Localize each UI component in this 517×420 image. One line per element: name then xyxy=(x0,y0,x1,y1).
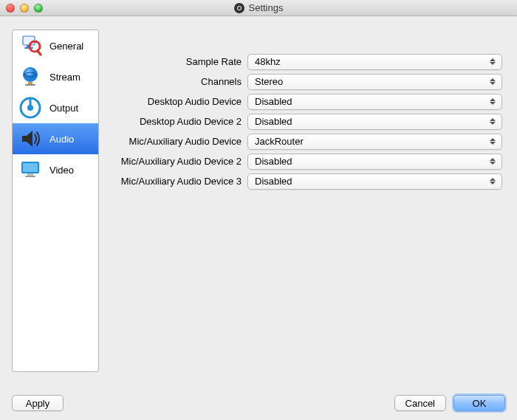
sidebar-item-audio[interactable]: Audio xyxy=(13,123,98,154)
select-desktop-audio-2[interactable]: Disabled xyxy=(247,114,502,130)
row-mic-aux-3: Mic/Auxiliary Audio Device 3 Disabled xyxy=(112,171,502,191)
cancel-button[interactable]: Cancel xyxy=(394,395,446,411)
sidebar-item-video[interactable]: Video xyxy=(13,154,98,185)
label-desktop-audio: Desktop Audio Device xyxy=(112,96,242,107)
sidebar-item-label: Video xyxy=(49,165,74,176)
stream-icon xyxy=(17,63,44,90)
content: General Stream xyxy=(0,16,517,420)
label-mic-aux: Mic/Auxiliary Audio Device xyxy=(112,136,242,147)
select-sample-rate[interactable]: 48khz xyxy=(247,54,502,70)
updown-arrows-icon xyxy=(487,154,499,169)
audio-icon xyxy=(17,125,44,152)
select-value: 48khz xyxy=(255,56,281,67)
sidebar-item-label: General xyxy=(49,41,83,52)
svg-rect-14 xyxy=(25,176,35,177)
bottom-left-buttons: Apply xyxy=(12,395,64,411)
select-value: Disabled xyxy=(255,116,292,127)
select-value: Stereo xyxy=(255,76,283,87)
row-desktop-audio: Desktop Audio Device Disabled xyxy=(112,92,502,111)
label-mic-aux-3: Mic/Auxiliary Audio Device 3 xyxy=(112,176,242,187)
svg-rect-7 xyxy=(25,84,35,86)
apply-button[interactable]: Apply xyxy=(12,395,64,411)
updown-arrows-icon xyxy=(487,174,499,189)
general-icon xyxy=(17,32,44,59)
settings-form: Sample Rate 48khz Channels Stereo Deskto… xyxy=(112,52,502,191)
label-channels: Channels xyxy=(112,76,242,87)
row-mic-aux-2: Mic/Auxiliary Audio Device 2 Disabled xyxy=(112,151,502,171)
sidebar-item-stream[interactable]: Stream xyxy=(13,61,98,92)
app-icon xyxy=(234,3,244,13)
svg-rect-6 xyxy=(28,82,32,84)
row-sample-rate: Sample Rate 48khz xyxy=(112,52,502,72)
updown-arrows-icon xyxy=(487,94,499,109)
select-value: Disabled xyxy=(255,156,292,167)
select-mic-aux-2[interactable]: Disabled xyxy=(247,154,502,170)
label-mic-aux-2: Mic/Auxiliary Audio Device 2 xyxy=(112,156,242,167)
row-mic-aux: Mic/Auxiliary Audio Device JackRouter xyxy=(112,131,502,151)
sidebar-item-label: Output xyxy=(49,103,78,114)
row-desktop-audio-2: Desktop Audio Device 2 Disabled xyxy=(112,111,502,131)
sidebar-item-label: Audio xyxy=(49,134,74,145)
select-value: Disabled xyxy=(255,96,292,107)
select-value: Disabled xyxy=(255,176,292,187)
select-value: JackRouter xyxy=(255,136,304,147)
svg-line-4 xyxy=(38,51,41,55)
window-title: Settings xyxy=(249,2,284,13)
select-desktop-audio[interactable]: Disabled xyxy=(247,94,502,110)
select-channels[interactable]: Stereo xyxy=(247,74,502,90)
sidebar-item-general[interactable]: General xyxy=(13,30,98,61)
titlebar: Settings xyxy=(0,0,517,16)
updown-arrows-icon xyxy=(487,114,499,129)
traffic-lights xyxy=(0,4,43,13)
select-mic-aux[interactable]: JackRouter xyxy=(247,134,502,150)
label-sample-rate: Sample Rate xyxy=(112,56,242,67)
minimize-icon[interactable] xyxy=(20,4,29,13)
updown-arrows-icon xyxy=(487,55,499,69)
sidebar-item-label: Stream xyxy=(49,72,81,83)
zoom-icon[interactable] xyxy=(34,4,43,13)
ok-button[interactable]: OK xyxy=(453,395,505,411)
output-icon xyxy=(17,94,44,121)
bottom-right-buttons: Cancel OK xyxy=(394,395,505,411)
settings-sidebar: General Stream xyxy=(12,30,99,372)
sidebar-item-output[interactable]: Output xyxy=(13,92,98,123)
updown-arrows-icon xyxy=(487,134,499,149)
select-mic-aux-3[interactable]: Disabled xyxy=(247,173,502,190)
svg-point-5 xyxy=(23,67,38,82)
svg-rect-13 xyxy=(27,173,33,176)
video-icon xyxy=(17,156,44,183)
label-desktop-audio-2: Desktop Audio Device 2 xyxy=(112,116,242,127)
row-channels: Channels Stereo xyxy=(112,72,502,92)
svg-rect-12 xyxy=(23,163,38,172)
close-icon[interactable] xyxy=(6,4,15,13)
updown-arrows-icon xyxy=(487,75,499,89)
